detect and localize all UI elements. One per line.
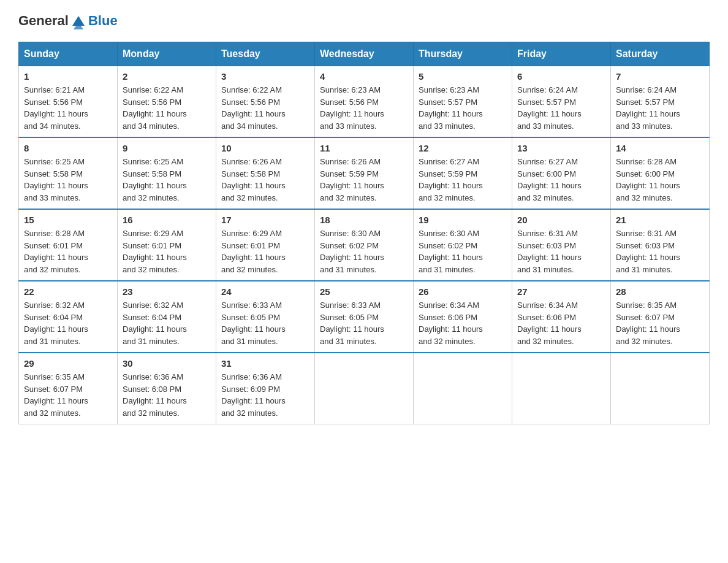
calendar-cell: 15 Sunrise: 6:28 AMSunset: 6:01 PMDaylig… xyxy=(19,209,118,281)
day-info: Sunrise: 6:36 AMSunset: 6:08 PMDaylight:… xyxy=(123,372,187,418)
day-number: 10 xyxy=(221,143,309,153)
day-number: 29 xyxy=(24,358,112,369)
day-number: 12 xyxy=(419,143,507,153)
calendar-cell: 25 Sunrise: 6:33 AMSunset: 6:05 PMDaylig… xyxy=(315,281,414,353)
calendar-cell: 23 Sunrise: 6:32 AMSunset: 6:04 PMDaylig… xyxy=(118,281,216,353)
day-number: 9 xyxy=(123,143,211,153)
day-info: Sunrise: 6:34 AMSunset: 6:06 PMDaylight:… xyxy=(517,301,582,346)
week-row-1: 1 Sunrise: 6:21 AMSunset: 5:56 PMDayligh… xyxy=(19,66,710,138)
day-info: Sunrise: 6:33 AMSunset: 6:05 PMDaylight:… xyxy=(320,301,384,346)
calendar-cell xyxy=(414,353,512,424)
day-number: 14 xyxy=(616,143,704,153)
day-info: Sunrise: 6:32 AMSunset: 6:04 PMDaylight:… xyxy=(123,301,187,346)
calendar-cell: 10 Sunrise: 6:26 AMSunset: 5:58 PMDaylig… xyxy=(216,137,315,209)
day-number: 30 xyxy=(123,358,211,369)
calendar-cell: 18 Sunrise: 6:30 AMSunset: 6:02 PMDaylig… xyxy=(315,209,414,281)
column-header-tuesday: Tuesday xyxy=(216,42,315,66)
day-info: Sunrise: 6:29 AMSunset: 6:01 PMDaylight:… xyxy=(221,229,286,274)
day-number: 13 xyxy=(517,143,605,153)
day-number: 6 xyxy=(517,71,605,82)
day-info: Sunrise: 6:36 AMSunset: 6:09 PMDaylight:… xyxy=(221,372,286,418)
day-info: Sunrise: 6:35 AMSunset: 6:07 PMDaylight:… xyxy=(616,301,680,346)
calendar-cell: 2 Sunrise: 6:22 AMSunset: 5:56 PMDayligh… xyxy=(118,66,216,138)
day-number: 27 xyxy=(517,286,605,297)
day-number: 1 xyxy=(24,71,112,82)
calendar-cell: 13 Sunrise: 6:27 AMSunset: 6:00 PMDaylig… xyxy=(512,137,611,209)
column-header-wednesday: Wednesday xyxy=(315,42,414,66)
calendar-cell: 21 Sunrise: 6:31 AMSunset: 6:03 PMDaylig… xyxy=(611,209,710,281)
week-row-5: 29 Sunrise: 6:35 AMSunset: 6:07 PMDaylig… xyxy=(19,353,710,424)
calendar-cell: 4 Sunrise: 6:23 AMSunset: 5:56 PMDayligh… xyxy=(315,66,414,138)
week-row-2: 8 Sunrise: 6:25 AMSunset: 5:58 PMDayligh… xyxy=(19,137,710,209)
calendar-cell: 30 Sunrise: 6:36 AMSunset: 6:08 PMDaylig… xyxy=(118,353,216,424)
calendar-cell: 16 Sunrise: 6:29 AMSunset: 6:01 PMDaylig… xyxy=(118,209,216,281)
week-row-4: 22 Sunrise: 6:32 AMSunset: 6:04 PMDaylig… xyxy=(19,281,710,353)
day-number: 26 xyxy=(419,286,507,297)
day-number: 2 xyxy=(123,71,211,82)
calendar-cell: 12 Sunrise: 6:27 AMSunset: 5:59 PMDaylig… xyxy=(414,137,512,209)
day-info: Sunrise: 6:25 AMSunset: 5:58 PMDaylight:… xyxy=(24,157,88,202)
day-number: 17 xyxy=(221,215,309,225)
calendar-cell: 6 Sunrise: 6:24 AMSunset: 5:57 PMDayligh… xyxy=(512,66,611,138)
svg-marker-1 xyxy=(74,26,83,29)
calendar-cell: 29 Sunrise: 6:35 AMSunset: 6:07 PMDaylig… xyxy=(19,353,118,424)
column-header-friday: Friday xyxy=(512,42,611,66)
calendar-cell xyxy=(611,353,710,424)
day-number: 18 xyxy=(320,215,408,225)
day-info: Sunrise: 6:21 AMSunset: 5:56 PMDaylight:… xyxy=(24,85,88,131)
day-info: Sunrise: 6:31 AMSunset: 6:03 PMDaylight:… xyxy=(616,229,680,274)
calendar-cell: 20 Sunrise: 6:31 AMSunset: 6:03 PMDaylig… xyxy=(512,209,611,281)
day-number: 19 xyxy=(419,215,507,225)
day-number: 11 xyxy=(320,143,408,153)
day-info: Sunrise: 6:31 AMSunset: 6:03 PMDaylight:… xyxy=(517,229,582,274)
column-header-monday: Monday xyxy=(118,42,216,66)
day-info: Sunrise: 6:30 AMSunset: 6:02 PMDaylight:… xyxy=(419,229,483,274)
week-row-3: 15 Sunrise: 6:28 AMSunset: 6:01 PMDaylig… xyxy=(19,209,710,281)
day-number: 15 xyxy=(24,215,112,225)
day-info: Sunrise: 6:29 AMSunset: 6:01 PMDaylight:… xyxy=(123,229,187,274)
day-number: 5 xyxy=(419,71,507,82)
day-info: Sunrise: 6:28 AMSunset: 6:01 PMDaylight:… xyxy=(24,229,88,274)
day-number: 3 xyxy=(221,71,309,82)
day-number: 4 xyxy=(320,71,408,82)
day-number: 21 xyxy=(616,215,704,225)
day-number: 28 xyxy=(616,286,704,297)
day-info: Sunrise: 6:25 AMSunset: 5:58 PMDaylight:… xyxy=(123,157,187,202)
day-info: Sunrise: 6:26 AMSunset: 5:58 PMDaylight:… xyxy=(221,157,286,202)
calendar-cell: 26 Sunrise: 6:34 AMSunset: 6:06 PMDaylig… xyxy=(414,281,512,353)
day-info: Sunrise: 6:34 AMSunset: 6:06 PMDaylight:… xyxy=(419,301,483,346)
calendar-cell: 3 Sunrise: 6:22 AMSunset: 5:56 PMDayligh… xyxy=(216,66,315,138)
day-info: Sunrise: 6:24 AMSunset: 5:57 PMDaylight:… xyxy=(517,85,582,131)
calendar-cell: 28 Sunrise: 6:35 AMSunset: 6:07 PMDaylig… xyxy=(611,281,710,353)
calendar-cell: 9 Sunrise: 6:25 AMSunset: 5:58 PMDayligh… xyxy=(118,137,216,209)
day-info: Sunrise: 6:27 AMSunset: 5:59 PMDaylight:… xyxy=(419,157,483,202)
calendar-cell xyxy=(315,353,414,424)
calendar-cell: 17 Sunrise: 6:29 AMSunset: 6:01 PMDaylig… xyxy=(216,209,315,281)
calendar-cell: 31 Sunrise: 6:36 AMSunset: 6:09 PMDaylig… xyxy=(216,353,315,424)
calendar-cell: 5 Sunrise: 6:23 AMSunset: 5:57 PMDayligh… xyxy=(414,66,512,138)
day-info: Sunrise: 6:33 AMSunset: 6:05 PMDaylight:… xyxy=(221,301,286,346)
logo-icon xyxy=(70,12,87,29)
day-number: 7 xyxy=(616,71,704,82)
day-number: 8 xyxy=(24,143,112,153)
calendar-cell: 11 Sunrise: 6:26 AMSunset: 5:59 PMDaylig… xyxy=(315,137,414,209)
day-info: Sunrise: 6:24 AMSunset: 5:57 PMDaylight:… xyxy=(616,85,680,131)
column-header-thursday: Thursday xyxy=(414,42,512,66)
day-info: Sunrise: 6:22 AMSunset: 5:56 PMDaylight:… xyxy=(123,85,187,131)
day-number: 24 xyxy=(221,286,309,297)
day-info: Sunrise: 6:26 AMSunset: 5:59 PMDaylight:… xyxy=(320,157,384,202)
day-number: 23 xyxy=(123,286,211,297)
svg-marker-0 xyxy=(72,16,85,26)
calendar-cell: 8 Sunrise: 6:25 AMSunset: 5:58 PMDayligh… xyxy=(19,137,118,209)
calendar-cell: 14 Sunrise: 6:28 AMSunset: 6:00 PMDaylig… xyxy=(611,137,710,209)
day-info: Sunrise: 6:23 AMSunset: 5:57 PMDaylight:… xyxy=(419,85,483,131)
day-info: Sunrise: 6:22 AMSunset: 5:56 PMDaylight:… xyxy=(221,85,286,131)
day-info: Sunrise: 6:30 AMSunset: 6:02 PMDaylight:… xyxy=(320,229,384,274)
day-number: 31 xyxy=(221,358,309,369)
column-header-saturday: Saturday xyxy=(611,42,710,66)
day-number: 22 xyxy=(24,286,112,297)
logo-general-text: General xyxy=(18,13,69,29)
page-header: General Blue xyxy=(18,12,710,29)
calendar-table: SundayMondayTuesdayWednesdayThursdayFrid… xyxy=(18,42,710,424)
column-header-sunday: Sunday xyxy=(19,42,118,66)
